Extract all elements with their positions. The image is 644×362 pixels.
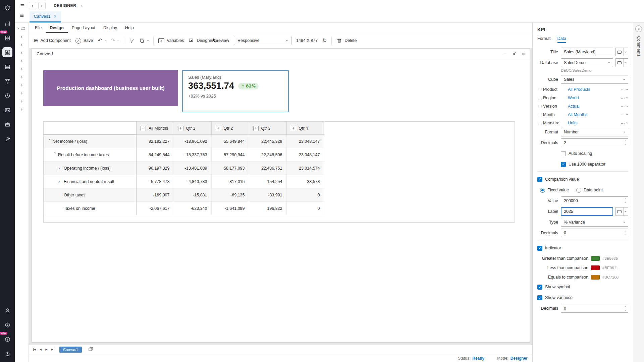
previous-page-button[interactable]: ◀ (39, 347, 43, 352)
stepper-arrows[interactable]: ›› (625, 305, 626, 312)
pivot-value-cell[interactable]: 55,649,844 (211, 135, 249, 148)
pivot-value-cell[interactable]: 23,048,147 (286, 148, 324, 162)
title-binding-button[interactable]: › (615, 48, 628, 56)
save-button[interactable]: ✓ Save (75, 38, 93, 44)
tree-node-collapsed-icon[interactable]: › (21, 97, 23, 105)
pivot-value-cell[interactable]: 23,048,147 (286, 135, 324, 148)
dimension-value-link[interactable]: Actual (568, 104, 619, 109)
back-button[interactable]: ‹ (29, 2, 36, 9)
pivot-value-cell[interactable]: -69,135 (211, 188, 249, 202)
undo-button[interactable]: ↶ › (98, 38, 106, 43)
filter-button[interactable] (129, 38, 135, 44)
dimension-value-link[interactable]: All Products (568, 87, 619, 92)
expand-column-icon[interactable]: + (178, 126, 183, 131)
outline-strip-header[interactable]: › (18, 23, 26, 33)
pivot-value-cell[interactable]: -5,778,478 (136, 175, 174, 188)
drag-handle-icon[interactable]: ⋮⋮ (537, 113, 542, 117)
pivot-value-cell[interactable]: 23,014,574 (286, 162, 324, 175)
collapse-row-icon[interactable]: › (47, 139, 52, 144)
variables-button[interactable]: x Variables (158, 38, 184, 43)
tab-format[interactable]: Format (537, 36, 551, 43)
pivot-value-cell[interactable]: -1,641,099 (211, 202, 249, 215)
expand-column-icon[interactable]: + (216, 126, 221, 131)
dimension-value-link[interactable]: Units (568, 121, 619, 125)
document-list-icon[interactable] (17, 11, 26, 19)
redo-button[interactable]: ↷ › (111, 38, 119, 43)
expand-row-icon[interactable]: › (58, 166, 64, 171)
pivot-value-cell[interactable]: -18,337,753 (174, 148, 211, 162)
app-logo-icon[interactable] (2, 3, 12, 13)
cube-select[interactable]: Sales › (561, 75, 628, 84)
pivot-value-cell[interactable]: -15,881 (174, 188, 211, 202)
show-symbol-checkbox[interactable] (537, 285, 542, 290)
comments-label[interactable]: Comments (636, 36, 641, 57)
pivot-column-header[interactable]: +Qtr 3 (249, 122, 286, 135)
tree-node-collapsed-icon[interactable]: › (21, 89, 23, 97)
format-select[interactable]: Number › (561, 128, 628, 136)
tab-data[interactable]: Data (557, 36, 566, 43)
expand-column-icon[interactable]: + (291, 126, 296, 131)
dimension-value-link[interactable]: World (568, 96, 619, 100)
pivot-column-header[interactable]: +Qtr 1 (174, 122, 211, 135)
drag-handle-icon[interactable]: ⋮⋮ (537, 105, 542, 108)
dimension-dropdown-icon[interactable]: › (626, 106, 630, 107)
comparison-decimals-stepper[interactable]: 0 ›› (561, 229, 628, 237)
pivot-value-cell[interactable]: 0 (286, 188, 324, 202)
rail-tools-icon[interactable] (2, 134, 12, 144)
undo-history-chevron-icon[interactable]: › (103, 40, 107, 41)
dimension-value-link[interactable]: All Months (568, 112, 619, 117)
pivot-value-cell[interactable]: 196,822 (249, 202, 286, 215)
tree-node-collapsed-icon[interactable]: › (21, 49, 23, 57)
comparison-value-stepper[interactable]: 200000 ›› (561, 196, 628, 205)
main-menu-icon[interactable] (18, 2, 27, 10)
pivot-value-cell[interactable]: 90,197,329 (136, 162, 174, 175)
dimension-dropdown-icon[interactable]: › (626, 97, 630, 99)
pivot-column-header[interactable]: +Qtr 4 (286, 122, 324, 135)
canvas-page-tab[interactable]: Canvas1 (59, 347, 82, 353)
data-point-radio[interactable] (576, 188, 581, 193)
color-swatch[interactable] (591, 256, 600, 261)
tree-node-collapsed-icon[interactable]: › (21, 105, 23, 113)
collapse-column-icon[interactable]: − (141, 126, 146, 131)
pivot-value-cell[interactable]: -13,481,089 (174, 162, 211, 175)
tree-node-collapsed-icon[interactable]: › (21, 81, 23, 89)
pivot-value-cell[interactable]: -83,991 (249, 188, 286, 202)
menu-display[interactable]: Display (99, 23, 121, 33)
layout-mode-select[interactable]: Responsive › (234, 36, 291, 45)
pivot-column-header[interactable]: −All Months (136, 122, 174, 135)
menu-design[interactable]: Design (46, 23, 68, 33)
comparison-label-input[interactable] (561, 207, 613, 216)
pivot-value-cell[interactable]: 22,486,751 (249, 162, 286, 175)
color-swatch[interactable] (591, 265, 600, 270)
rail-catalog-icon[interactable]: NEW (2, 33, 12, 43)
pivot-table-component[interactable]: −All Months+Qtr 1+Qtr 2+Qtr 3+Qtr 4 ›Net… (43, 121, 515, 223)
pivot-value-cell[interactable]: -18,961,092 (174, 135, 211, 148)
kpi-component-selected[interactable]: Sales (Maryland) 363,551.74 ↑ 82% +82% v… (182, 70, 289, 112)
pivot-value-cell[interactable]: 33,573 (286, 175, 324, 188)
document-tab-canvas1[interactable]: Canvas1 × (30, 11, 61, 22)
pivot-value-cell[interactable]: -623,340 (174, 202, 211, 215)
restore-window-icon[interactable] (512, 52, 516, 56)
auto-scaling-checkbox[interactable] (561, 151, 566, 156)
rail-help-icon[interactable]: NEW (2, 334, 12, 344)
label-binding-button[interactable]: › (615, 207, 628, 216)
data-point-option[interactable]: Data point (576, 188, 603, 193)
copy-options-chevron-icon[interactable]: › (146, 40, 150, 41)
database-binding-button[interactable]: › (615, 58, 628, 67)
forward-button[interactable]: › (38, 2, 46, 9)
pivot-value-cell[interactable]: -817,015 (211, 175, 249, 188)
color-swatch[interactable] (591, 275, 600, 280)
fixed-value-radio[interactable] (540, 188, 545, 193)
breadcrumb[interactable]: DESIGNER (54, 3, 76, 8)
pivot-row-label-cell[interactable]: ›Operating income / (loss) (44, 162, 136, 175)
copy-button[interactable]: › (139, 38, 149, 44)
expand-comments-icon[interactable]: « (635, 25, 642, 32)
pivot-row-label-cell[interactable]: ›Net income / (loss) (44, 135, 136, 148)
rail-modeler-icon[interactable] (2, 76, 12, 86)
rail-media-icon[interactable] (2, 105, 12, 115)
pivot-row-label-cell[interactable]: ›Taxes on income (44, 202, 136, 215)
tree-node-collapsed-icon[interactable]: › (21, 57, 23, 65)
canvas-surface[interactable]: Production dashboard (business user buil… (32, 59, 530, 342)
pivot-value-cell[interactable]: 0 (286, 202, 324, 215)
pivot-row-label-cell[interactable]: ›Result before income taxes (44, 148, 136, 162)
